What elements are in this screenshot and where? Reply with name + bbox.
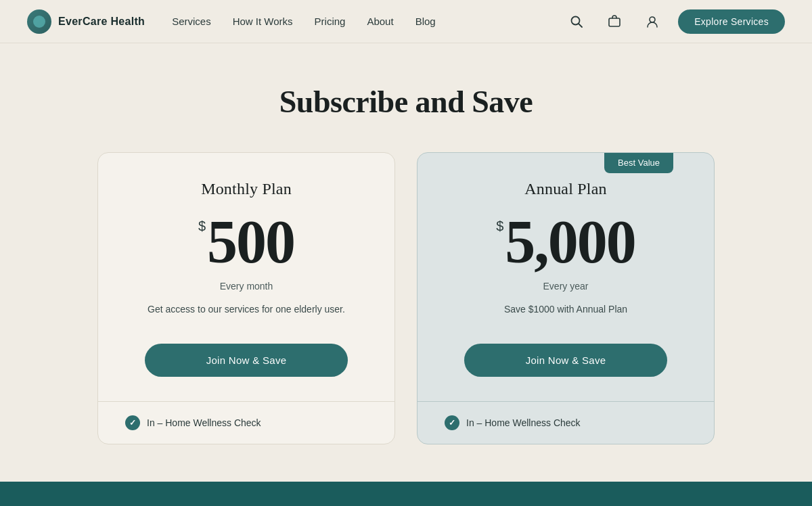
monthly-plan-name: Monthly Plan (201, 180, 292, 198)
annual-plan-card: Best Value Annual Plan $ 5,000 Every yea… (417, 152, 715, 444)
annual-price-wrapper: $ 5,000 (496, 212, 635, 273)
search-icon (570, 16, 583, 28)
nav-links: Services How It Works Pricing About Blog (172, 16, 436, 28)
monthly-plan-card: Monthly Plan $ 500 Every month Get acces… (97, 152, 395, 444)
monthly-description: Get access to our services for one elder… (148, 302, 345, 317)
monthly-plan-footer: In – Home Wellness Check (98, 401, 394, 444)
annual-plan-body: Annual Plan $ 5,000 Every year Save $100… (418, 153, 714, 401)
monthly-plan-wrapper: Monthly Plan $ 500 Every month Get acces… (97, 152, 395, 444)
explore-services-button[interactable]: Explore Services (678, 9, 785, 34)
plans-container: Monthly Plan $ 500 Every month Get acces… (27, 152, 785, 444)
annual-feature-text: In – Home Wellness Check (466, 417, 581, 428)
nav-item-pricing[interactable]: Pricing (315, 16, 346, 28)
user-icon (646, 16, 658, 28)
annual-period: Every year (543, 281, 589, 292)
annual-check-icon (445, 415, 459, 430)
cart-button[interactable] (602, 9, 627, 34)
monthly-join-button[interactable]: Join Now & Save (145, 344, 348, 377)
brand-name: EverCare Health (58, 16, 145, 28)
svg-line-1 (579, 24, 582, 27)
nav-link-services[interactable]: Services (172, 16, 211, 27)
logo-link[interactable]: EverCare Health (27, 9, 145, 34)
annual-currency: $ (496, 218, 503, 234)
main-content: Subscribe and Save Monthly Plan $ 500 Ev… (0, 43, 812, 472)
nav-link-pricing[interactable]: Pricing (315, 16, 346, 27)
annual-plan-name: Annual Plan (524, 180, 607, 198)
svg-rect-2 (609, 18, 620, 26)
best-value-badge: Best Value (604, 152, 673, 173)
monthly-plan-body: Monthly Plan $ 500 Every month Get acces… (98, 153, 394, 401)
monthly-period: Every month (220, 281, 273, 292)
monthly-check-icon (125, 415, 140, 430)
navbar-left: EverCare Health Services How It Works Pr… (27, 9, 436, 34)
annual-plan-wrapper: Best Value Annual Plan $ 5,000 Every yea… (417, 152, 715, 444)
nav-item-about[interactable]: About (367, 16, 393, 28)
monthly-feature-text: In – Home Wellness Check (147, 417, 261, 428)
svg-point-3 (650, 17, 655, 22)
nav-item-how-it-works[interactable]: How It Works (233, 16, 293, 28)
page-title: Subscribe and Save (27, 84, 785, 120)
navbar-right: Explore Services (564, 9, 785, 34)
search-button[interactable] (564, 9, 589, 34)
navbar: EverCare Health Services How It Works Pr… (0, 0, 812, 43)
bottom-strip (0, 482, 812, 506)
nav-link-about[interactable]: About (367, 16, 393, 27)
cart-icon (608, 15, 621, 28)
nav-link-blog[interactable]: Blog (415, 16, 436, 27)
nav-item-blog[interactable]: Blog (415, 16, 436, 28)
annual-description: Save $1000 with Annual Plan (504, 302, 627, 317)
logo-icon (27, 9, 51, 34)
monthly-price-wrapper: $ 500 (198, 212, 294, 273)
monthly-currency: $ (198, 218, 206, 234)
user-button[interactable] (640, 9, 664, 34)
annual-price: 5,000 (505, 212, 635, 273)
nav-item-services[interactable]: Services (172, 16, 211, 28)
annual-join-button[interactable]: Join Now & Save (464, 344, 667, 377)
nav-link-how-it-works[interactable]: How It Works (233, 16, 293, 27)
monthly-price: 500 (207, 212, 294, 273)
annual-plan-footer: In – Home Wellness Check (418, 401, 714, 444)
